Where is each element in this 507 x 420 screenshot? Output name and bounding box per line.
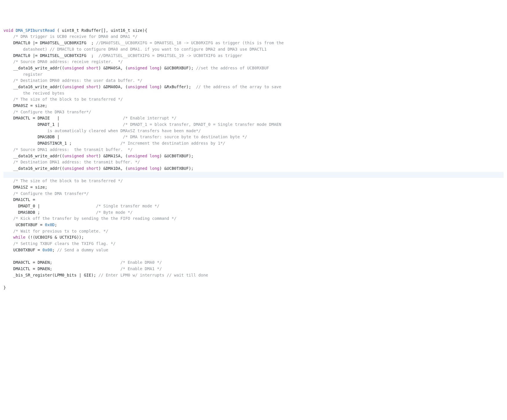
code-line: DMA1CTL = DMAEN; /* Enable DMA1 */	[3, 266, 162, 271]
code-line: /* The size of the block to be transferr…	[3, 178, 123, 183]
code-line: DMA0CTL = DMAEN; /* Enable DMA0 */	[3, 260, 162, 265]
code-line: /* Wait for previous tx to complete. */	[3, 229, 108, 233]
code-line: DMACTL0 |= DMA0TSEL__UCB0RXIFG ; //DMA0T…	[3, 40, 284, 45]
code-line: is automatically cleared when DMAxSZ tra…	[3, 128, 201, 133]
code-line: __data16_write_addr((unsigned short) &DM…	[3, 154, 194, 158]
code-line: /* Source DMA1 address: the transmit buf…	[3, 147, 133, 152]
code-line: /* The size of the block to be transferr…	[3, 97, 123, 102]
code-line: /* Kick off the transfer by sending the …	[3, 216, 176, 221]
code-line: _bis_SR_register(LPM0_bits | GIE); // En…	[3, 273, 208, 277]
code-line: }	[3, 285, 6, 290]
code-line: DMASBDB | /* DMA transfer: source byte t…	[3, 135, 247, 139]
code-line: void DMA_SPIburstRead ( uint8_t RxBuffer…	[3, 28, 147, 33]
code-line: __data16_write_addr((unsigned short) &DM…	[3, 166, 194, 171]
code-line: UCB0TXBUF = 0x0D;	[3, 222, 57, 227]
code-line: DMA0SZ = size;	[3, 103, 47, 108]
code-line	[3, 279, 6, 283]
code-line: /* DMA trigger is UCB0 receive for DMA0 …	[3, 34, 138, 39]
code-line: register	[3, 72, 42, 77]
code-line: /* Configure the DMA transfer*/	[3, 191, 89, 196]
code-line: /* Configure the DMA3 transfer*/	[3, 110, 91, 114]
code-line: UCB0TXBUF = 0x00; // Send a dummy value	[3, 248, 108, 252]
code-line: DMACTL0 |= DMA1TSEL__UCB0TXIFG ; //DMA1T…	[3, 53, 242, 58]
code-block: void DMA_SPIburstRead ( uint8_t RxBuffer…	[3, 27, 504, 291]
code-line: /* Destination DMA0 address: the user da…	[3, 78, 142, 83]
code-line: /* Setting TXBUF clears the TXIFG flag. …	[3, 241, 116, 246]
code-line: the recived bytes	[3, 91, 64, 95]
code-line: DMADT_0 | /* Single transfer mode */	[3, 204, 159, 208]
code-line: __data16_write_addr((unsigned short) &DM…	[3, 84, 281, 89]
code-line	[3, 254, 6, 259]
code-line: DMADSTINCR_1 ; /* Increment the destinat…	[3, 141, 225, 145]
code-line: DMASBDB ; /* Byte mode */	[3, 210, 133, 215]
code-line: DMA0CTL = DMAIE | /* Enable interrupt */	[3, 116, 176, 120]
code-line: DMA1CTL =	[3, 197, 35, 202]
code-line: while (!(UCB0IFG & UCTXIFG));	[3, 235, 84, 240]
code-line: datasheet) // DMACTL0 to configure DMA0 …	[3, 47, 267, 51]
code-line: /* Source DMA0 address: receive register…	[3, 59, 123, 64]
code-line	[3, 172, 504, 178]
code-line: DMADT_1 | /* DMADT_1 = block transfer, D…	[3, 122, 281, 127]
code-line: DMA1SZ = size;	[3, 185, 47, 189]
code-line: /* Destination DMA1 address: the transmi…	[3, 160, 140, 164]
code-line: __data16_write_addr((unsigned short) &DM…	[3, 66, 269, 70]
